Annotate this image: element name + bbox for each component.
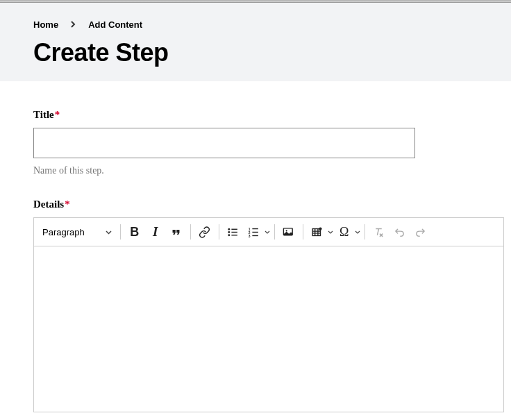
title-label: Title* — [33, 109, 478, 121]
title-help-text: Name of this step. — [33, 165, 478, 176]
bulleted-list-button[interactable] — [224, 222, 243, 242]
toolbar-divider — [190, 224, 191, 240]
svg-rect-7 — [253, 228, 259, 228]
svg-point-0 — [228, 228, 231, 230]
image-button[interactable] — [279, 222, 299, 242]
redo-button[interactable] — [411, 222, 430, 242]
title-input[interactable] — [33, 128, 415, 158]
details-editor-body[interactable] — [34, 246, 503, 412]
breadcrumb-home[interactable]: Home — [33, 19, 58, 30]
format-dropdown[interactable]: Paragraph — [38, 226, 116, 239]
link-button[interactable] — [195, 222, 215, 242]
table-combo[interactable]: + — [308, 222, 333, 242]
editor-toolbar: Paragraph B I — [34, 218, 503, 246]
breadcrumb: Home Add Content — [33, 19, 478, 30]
toolbar-divider — [365, 224, 365, 240]
details-field-group: Details* Paragraph B I — [33, 199, 478, 420]
svg-rect-5 — [232, 235, 238, 235]
remove-format-button[interactable] — [369, 222, 389, 242]
svg-text:+: + — [319, 227, 321, 230]
details-label-text: Details — [33, 199, 64, 210]
blockquote-button[interactable] — [167, 222, 186, 242]
toolbar-divider — [303, 224, 303, 240]
svg-point-4 — [228, 234, 231, 236]
svg-rect-3 — [232, 231, 238, 232]
svg-rect-9 — [253, 231, 259, 232]
svg-text:3: 3 — [249, 234, 251, 237]
svg-rect-11 — [253, 235, 259, 235]
toolbar-divider — [219, 224, 219, 240]
chevron-down-icon[interactable] — [355, 228, 360, 235]
required-indicator: * — [55, 109, 60, 120]
svg-text:1: 1 — [249, 227, 251, 230]
breadcrumb-add-content[interactable]: Add Content — [88, 19, 142, 30]
special-character-button[interactable]: Ω — [335, 222, 354, 242]
table-button[interactable]: + — [308, 222, 327, 242]
italic-button[interactable]: I — [146, 222, 165, 242]
title-field-group: Title* Name of this step. — [33, 109, 478, 176]
bold-button[interactable]: B — [125, 222, 144, 242]
toolbar-divider — [274, 224, 275, 240]
numbered-list-combo[interactable]: 123 — [244, 222, 270, 242]
page-title: Create Step — [33, 38, 478, 67]
title-label-text: Title — [33, 109, 54, 120]
format-selected-label: Paragraph — [42, 227, 85, 237]
chevron-right-icon — [71, 21, 76, 29]
form-area: Title* Name of this step. Details* Parag… — [0, 81, 511, 420]
undo-button[interactable] — [390, 222, 410, 242]
header-region: Home Add Content Create Step — [0, 3, 511, 81]
required-indicator: * — [65, 199, 70, 210]
chevron-down-icon[interactable] — [265, 228, 270, 235]
svg-point-2 — [228, 231, 231, 233]
rich-text-editor: Paragraph B I — [33, 217, 504, 412]
chevron-down-icon — [106, 228, 112, 236]
details-label: Details* — [33, 199, 478, 210]
svg-point-13 — [286, 230, 287, 231]
toolbar-divider — [120, 224, 121, 240]
svg-rect-1 — [232, 228, 238, 229]
numbered-list-button[interactable]: 123 — [244, 222, 264, 242]
special-char-combo[interactable]: Ω — [335, 222, 360, 242]
chevron-down-icon[interactable] — [328, 228, 333, 235]
svg-text:2: 2 — [249, 230, 251, 234]
